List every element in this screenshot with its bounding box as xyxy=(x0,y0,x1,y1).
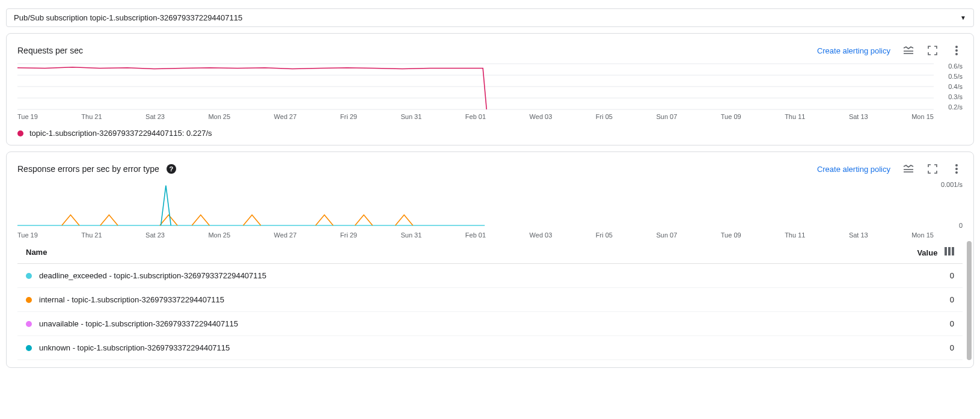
y-axis: 0.6/s0.5/s0.4/s0.3/s0.2/s xyxy=(934,63,963,111)
chart-card-errors: Response errors per sec by error type ? … xyxy=(6,151,974,368)
x-tick: Tue 19 xyxy=(17,113,38,120)
help-icon[interactable]: ? xyxy=(167,164,176,174)
table-row[interactable]: unavailable - topic-1.subscription-32697… xyxy=(17,312,963,336)
series-dot xyxy=(26,321,32,327)
card-actions: Create alerting policy xyxy=(817,44,963,57)
x-tick: Wed 03 xyxy=(530,231,553,239)
svg-point-14 xyxy=(955,171,958,174)
x-tick: Thu 11 xyxy=(785,231,805,239)
x-axis: Tue 19Thu 21Sat 23Mon 25Wed 27Fri 29Sun … xyxy=(17,111,934,120)
legend-toggle-icon[interactable] xyxy=(902,163,914,175)
x-tick: Feb 01 xyxy=(465,231,486,239)
x-tick: Sun 31 xyxy=(400,231,421,239)
x-tick: Thu 21 xyxy=(81,231,102,239)
x-tick: Fri 29 xyxy=(340,231,357,239)
legend-toggle-icon[interactable] xyxy=(902,44,914,57)
card-header: Response errors per sec by error type ? … xyxy=(17,163,963,175)
series-value: 0 xyxy=(799,312,963,336)
x-tick: Wed 03 xyxy=(530,113,553,120)
series-value: 0 xyxy=(799,336,963,360)
columns-icon[interactable] xyxy=(945,247,954,255)
x-tick: Tue 19 xyxy=(17,231,38,239)
fullscreen-icon[interactable] xyxy=(926,44,939,57)
chevron-down-icon: ▼ xyxy=(960,14,966,21)
x-tick: Fri 05 xyxy=(596,231,613,239)
x-tick: Sat 23 xyxy=(145,113,165,120)
chart-plot-area: Tue 19Thu 21Sat 23Mon 25Wed 27Fri 29Sun … xyxy=(17,63,963,120)
chart-title: Requests per sec xyxy=(17,46,83,55)
chart1-legend: topic-1.subscription-3269793372294407115… xyxy=(17,129,963,138)
chart2-svg xyxy=(17,181,934,229)
x-tick: Feb 01 xyxy=(465,113,486,120)
card-actions: Create alerting policy xyxy=(817,163,963,175)
x-tick: Sun 07 xyxy=(656,113,677,120)
series-dot xyxy=(26,273,32,279)
table-row[interactable]: deadline_exceeded - topic-1.subscription… xyxy=(17,264,963,288)
series-dot xyxy=(26,297,32,303)
resource-selector-label: Pub/Sub subscription topic-1.subscriptio… xyxy=(14,13,242,22)
x-tick: Tue 09 xyxy=(721,113,741,120)
x-tick: Fri 05 xyxy=(596,113,613,120)
create-alerting-policy-link[interactable]: Create alerting policy xyxy=(817,165,890,174)
table-header-name[interactable]: Name xyxy=(17,241,799,264)
table-header-value[interactable]: Value xyxy=(799,241,963,264)
chart-title: Response errors per sec by error type xyxy=(17,164,159,174)
x-tick: Fri 29 xyxy=(340,113,357,120)
x-tick: Sat 23 xyxy=(145,231,165,239)
x-tick: Mon 15 xyxy=(911,113,934,120)
create-alerting-policy-link[interactable]: Create alerting policy xyxy=(817,46,890,55)
more-vert-icon[interactable] xyxy=(951,44,963,57)
svg-point-13 xyxy=(955,168,958,170)
x-tick: Wed 27 xyxy=(274,113,297,120)
series-name: unavailable - topic-1.subscription-32697… xyxy=(39,319,238,328)
series-name: unknown - topic-1.subscription-326979337… xyxy=(39,343,230,352)
x-tick: Mon 25 xyxy=(208,231,230,239)
y-axis: 0.001/s0 xyxy=(934,181,963,229)
chart-plot-area: Tue 19Thu 21Sat 23Mon 25Wed 27Fri 29Sun … xyxy=(17,181,963,239)
series-dot xyxy=(26,345,32,351)
x-tick: Wed 27 xyxy=(274,231,297,239)
table-row[interactable]: unknown - topic-1.subscription-326979337… xyxy=(17,336,963,360)
svg-point-4 xyxy=(955,53,958,55)
series-value: 0 xyxy=(799,264,963,288)
svg-point-2 xyxy=(955,46,958,48)
legend-table: Name Value deadline_exceeded - topic-1.s… xyxy=(17,241,963,360)
series-name: internal - topic-1.subscription-32697933… xyxy=(39,295,224,304)
legend-dot xyxy=(17,130,23,136)
series-value: 0 xyxy=(799,288,963,312)
more-vert-icon[interactable] xyxy=(951,163,963,175)
card-header: Requests per sec Create alerting policy xyxy=(17,44,963,57)
x-tick: Thu 21 xyxy=(81,113,102,120)
x-tick: Sun 31 xyxy=(400,113,421,120)
resource-selector[interactable]: Pub/Sub subscription topic-1.subscriptio… xyxy=(6,8,974,27)
legend-text: topic-1.subscription-3269793372294407115… xyxy=(29,129,212,138)
svg-point-12 xyxy=(955,164,958,167)
legend-table-wrap: Name Value deadline_exceeded - topic-1.s… xyxy=(17,241,963,360)
chart1-svg xyxy=(17,63,934,111)
x-tick: Tue 09 xyxy=(721,231,741,239)
x-tick: Sun 07 xyxy=(656,231,677,239)
svg-point-3 xyxy=(955,49,958,52)
x-tick: Thu 11 xyxy=(785,113,805,120)
chart-card-requests: Requests per sec Create alerting policy … xyxy=(6,33,974,145)
fullscreen-icon[interactable] xyxy=(926,163,939,175)
table-row[interactable]: internal - topic-1.subscription-32697933… xyxy=(17,288,963,312)
scrollbar-thumb[interactable] xyxy=(967,241,972,360)
x-tick: Mon 15 xyxy=(911,231,934,239)
x-axis: Tue 19Thu 21Sat 23Mon 25Wed 27Fri 29Sun … xyxy=(17,229,934,239)
series-name: deadline_exceeded - topic-1.subscription… xyxy=(39,271,266,280)
x-tick: Mon 25 xyxy=(208,113,230,120)
x-tick: Sat 13 xyxy=(849,231,868,239)
x-tick: Sat 13 xyxy=(849,113,868,120)
